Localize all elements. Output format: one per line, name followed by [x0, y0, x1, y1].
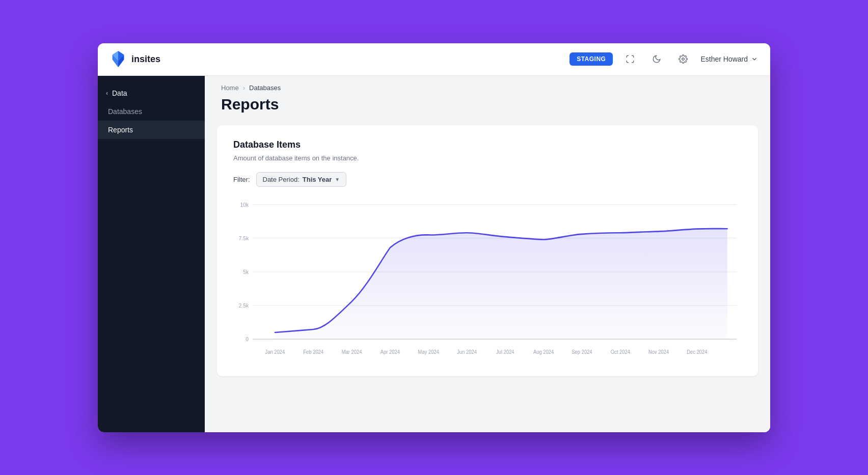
svg-text:Dec 2024: Dec 2024 — [687, 349, 708, 355]
breadcrumb-current: Databases — [249, 84, 281, 92]
logo-area: insites — [110, 50, 569, 68]
page-title: Reports — [205, 92, 770, 125]
sidebar-item-databases-label: Databases — [108, 107, 142, 116]
header-right: STAGING Esther Howard — [569, 50, 758, 68]
svg-text:Jun 2024: Jun 2024 — [457, 349, 477, 355]
filter-prefix: Date Period: — [263, 176, 300, 183]
moon-icon — [652, 54, 661, 64]
app-name: insites — [131, 54, 160, 65]
card-subtitle: Amount of database items on the instance… — [233, 154, 742, 162]
breadcrumb-home[interactable]: Home — [221, 84, 239, 92]
svg-text:Apr 2024: Apr 2024 — [381, 349, 400, 355]
svg-text:Mar 2024: Mar 2024 — [342, 349, 362, 355]
sidebar-section-data[interactable]: ‹ Data — [98, 84, 205, 102]
breadcrumb: Home › Databases — [205, 76, 770, 92]
user-menu[interactable]: Esther Howard — [700, 55, 758, 63]
svg-text:2.5k: 2.5k — [239, 302, 249, 309]
svg-text:Jul 2024: Jul 2024 — [496, 349, 514, 355]
dark-mode-button[interactable] — [647, 50, 666, 68]
sidebar-item-databases[interactable]: Databases — [98, 102, 205, 121]
user-name: Esther Howard — [700, 55, 748, 63]
svg-text:Aug 2024: Aug 2024 — [533, 349, 554, 355]
breadcrumb-separator: › — [243, 84, 245, 92]
sidebar-item-reports[interactable]: Reports — [98, 121, 205, 139]
gear-icon — [679, 54, 688, 64]
date-period-filter[interactable]: Date Period: This Year ▼ — [256, 172, 347, 187]
sidebar: ‹ Data Databases Reports — [98, 76, 205, 432]
fullscreen-icon — [626, 54, 635, 64]
svg-text:Jan 2024: Jan 2024 — [265, 349, 285, 355]
svg-text:7.5k: 7.5k — [239, 235, 249, 241]
filter-row: Filter: Date Period: This Year ▼ — [233, 172, 742, 187]
database-items-card: Database Items Amount of database items … — [217, 125, 758, 376]
svg-text:5k: 5k — [243, 268, 249, 275]
svg-point-0 — [682, 58, 685, 61]
filter-chevron-icon: ▼ — [335, 177, 340, 182]
env-badge[interactable]: STAGING — [569, 52, 613, 66]
svg-text:Oct 2024: Oct 2024 — [611, 349, 631, 355]
chevron-left-icon: ‹ — [106, 90, 108, 97]
svg-text:Sep 2024: Sep 2024 — [572, 349, 592, 355]
svg-text:May 2024: May 2024 — [418, 349, 440, 355]
settings-button[interactable] — [674, 50, 692, 68]
svg-text:0: 0 — [246, 336, 249, 342]
header: insites STAGING Esther Howard — [98, 43, 770, 76]
filter-value: This Year — [303, 176, 332, 183]
sidebar-section-label: Data — [112, 89, 127, 97]
main-content: Home › Databases Reports Database Items … — [205, 76, 770, 432]
layout: ‹ Data Databases Reports Home › Database… — [98, 76, 770, 432]
chart-svg: 10k 7.5k 5k 2.5k 0 Jan 2024 Feb 2024 Mar… — [233, 199, 742, 362]
app-window: insites STAGING Esther Howard — [98, 43, 770, 432]
svg-text:10k: 10k — [240, 201, 249, 208]
chevron-down-icon — [751, 55, 758, 63]
chart-area: 10k 7.5k 5k 2.5k 0 Jan 2024 Feb 2024 Mar… — [233, 199, 742, 362]
sidebar-item-reports-label: Reports — [108, 126, 133, 134]
filter-label: Filter: — [233, 176, 250, 183]
fullscreen-button[interactable] — [621, 50, 639, 68]
svg-text:Feb 2024: Feb 2024 — [303, 349, 323, 355]
svg-text:Nov 2024: Nov 2024 — [648, 349, 669, 355]
logo-icon — [110, 50, 126, 68]
card-title: Database Items — [233, 139, 742, 150]
